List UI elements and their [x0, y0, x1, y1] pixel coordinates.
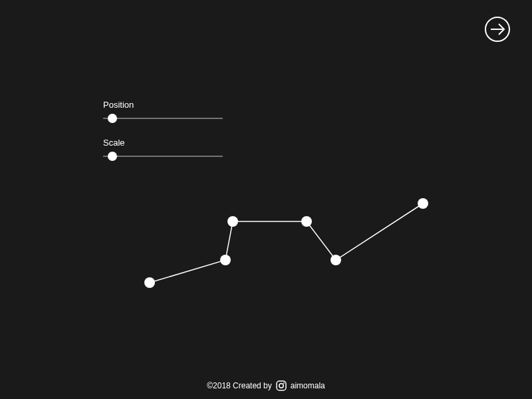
instagram-icon[interactable]	[276, 380, 287, 391]
footer-handle[interactable]: aimomala	[291, 381, 325, 390]
chart-point[interactable]	[301, 216, 312, 227]
chart-line	[150, 203, 423, 283]
line-chart	[0, 0, 532, 399]
svg-point-4	[283, 382, 285, 384]
chart-point[interactable]	[331, 255, 341, 265]
svg-point-3	[279, 384, 283, 388]
chart-point[interactable]	[144, 277, 155, 288]
footer: ©2018 Created by aimomala	[0, 380, 532, 391]
svg-rect-2	[277, 381, 286, 390]
chart-point[interactable]	[227, 216, 238, 227]
chart-point[interactable]	[220, 255, 231, 265]
footer-prefix: ©2018 Created by	[207, 381, 272, 390]
chart-point[interactable]	[418, 198, 428, 209]
